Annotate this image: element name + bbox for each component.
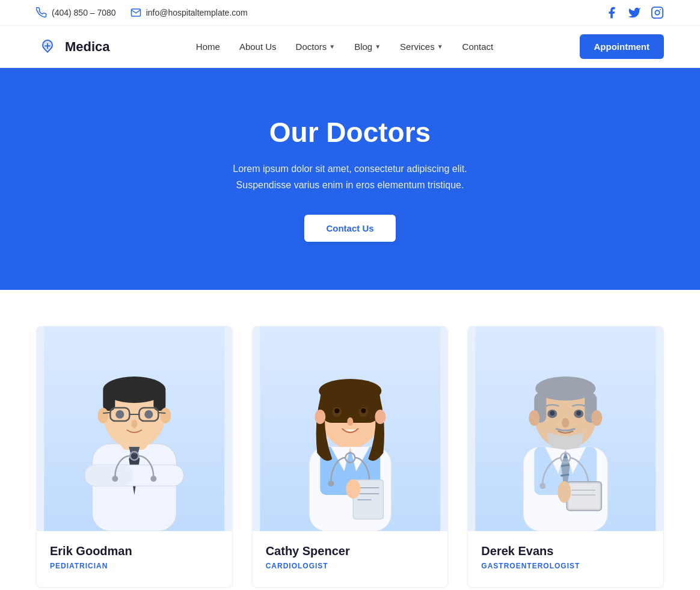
svg-rect-0 — [652, 7, 663, 18]
doctor-1-image — [37, 327, 232, 531]
email-address: info@hospitaltemplate.com — [146, 8, 248, 17]
instagram-icon[interactable] — [651, 6, 664, 19]
doctor-card-3: Derek Evans GASTROENTEROLOGIST — [467, 326, 664, 588]
svg-rect-22 — [85, 465, 133, 486]
logo-icon — [36, 35, 59, 58]
doctor-2-specialty: CARDIOLOGIST — [266, 562, 435, 570]
svg-point-56 — [529, 410, 540, 426]
svg-point-33 — [315, 410, 325, 424]
svg-point-60 — [550, 411, 555, 416]
svg-point-39 — [347, 417, 353, 426]
svg-point-34 — [375, 410, 385, 424]
doctor-3-info: Derek Evans GASTROENTEROLOGIST — [468, 531, 663, 587]
topbar: (404) 850 – 7080 info@hospitaltemplate.c… — [0, 0, 700, 26]
nav-links: Home About Us Doctors ▼ Blog ▼ Services … — [196, 41, 493, 52]
email-icon — [130, 7, 141, 18]
doctor-3-image — [468, 327, 663, 531]
nav-home[interactable]: Home — [196, 41, 220, 52]
hero-subtitle-line1: Lorem ipsum dolor sit amet, consectetur … — [233, 161, 467, 177]
svg-point-55 — [536, 376, 596, 401]
svg-point-37 — [334, 408, 339, 413]
nav-doctors[interactable]: Doctors ▼ — [296, 41, 336, 52]
svg-point-16 — [115, 410, 124, 419]
navbar: Medica Home About Us Doctors ▼ Blog ▼ Se… — [0, 26, 700, 68]
phone-icon — [36, 7, 47, 18]
topbar-left: (404) 850 – 7080 info@hospitaltemplate.c… — [36, 7, 248, 18]
hero-title: Our Doctors — [269, 116, 431, 149]
svg-line-65 — [561, 465, 570, 466]
svg-point-17 — [144, 410, 153, 419]
nav-about[interactable]: About Us — [239, 41, 277, 52]
svg-rect-8 — [153, 387, 165, 411]
nav-services[interactable]: Services ▼ — [400, 41, 443, 52]
logo[interactable]: Medica — [36, 35, 110, 58]
svg-point-62 — [562, 418, 570, 428]
svg-line-15 — [158, 413, 165, 413]
phone-contact: (404) 850 – 7080 — [36, 7, 116, 18]
logo-text: Medica — [65, 39, 110, 55]
svg-point-24 — [112, 476, 118, 482]
doctors-section: Erik Goodman PEDIATRICIAN — [0, 290, 700, 590]
email-contact: info@hospitaltemplate.com — [130, 7, 248, 18]
svg-rect-7 — [103, 387, 115, 411]
svg-point-76 — [558, 481, 571, 503]
doctor-card-2: Cathy Spencer CARDIOLOGIST — [252, 326, 449, 588]
svg-rect-73 — [569, 484, 600, 509]
contact-us-button[interactable]: Contact Us — [304, 215, 395, 242]
twitter-icon[interactable] — [628, 6, 641, 19]
svg-point-41 — [328, 481, 334, 487]
svg-point-18 — [131, 420, 137, 428]
svg-point-57 — [592, 410, 603, 426]
doctors-dropdown-arrow: ▼ — [329, 43, 335, 50]
doctor-2-info: Cathy Spencer CARDIOLOGIST — [253, 531, 448, 587]
svg-point-61 — [577, 411, 582, 416]
doctors-grid: Erik Goodman PEDIATRICIAN — [36, 326, 664, 588]
doctor-2-illustration — [253, 327, 448, 531]
svg-line-14 — [103, 413, 110, 413]
nav-blog[interactable]: Blog ▼ — [354, 41, 381, 52]
svg-point-47 — [346, 479, 360, 499]
hero-section: Our Doctors Lorem ipsum dolor sit amet, … — [0, 68, 700, 290]
svg-point-38 — [361, 408, 366, 413]
phone-number: (404) 850 – 7080 — [52, 8, 116, 17]
svg-point-70 — [540, 483, 546, 489]
svg-point-25 — [150, 476, 156, 482]
blog-dropdown-arrow: ▼ — [375, 43, 381, 50]
social-links — [605, 6, 664, 19]
appointment-button[interactable]: Appointment — [580, 34, 664, 59]
doctor-3-illustration — [468, 327, 663, 531]
services-dropdown-arrow: ▼ — [437, 43, 443, 50]
facebook-icon[interactable] — [605, 6, 618, 19]
doctor-3-specialty: GASTROENTEROLOGIST — [481, 562, 650, 570]
hero-subtitle-line2: Suspendisse varius enim in eros elementu… — [236, 177, 464, 193]
nav-contact[interactable]: Contact — [462, 41, 494, 52]
svg-point-10 — [160, 408, 171, 423]
doctor-1-info: Erik Goodman PEDIATRICIAN — [37, 531, 232, 587]
svg-point-9 — [97, 408, 108, 423]
svg-line-66 — [561, 475, 570, 476]
doctor-1-specialty: PEDIATRICIAN — [50, 562, 219, 570]
doctor-1-illustration — [37, 327, 232, 531]
doctor-2-image — [253, 327, 448, 531]
doctor-card-1: Erik Goodman PEDIATRICIAN — [36, 326, 233, 588]
doctor-2-name: Cathy Spencer — [266, 544, 435, 558]
doctor-1-name: Erik Goodman — [50, 544, 219, 558]
doctor-3-name: Derek Evans — [481, 544, 650, 558]
